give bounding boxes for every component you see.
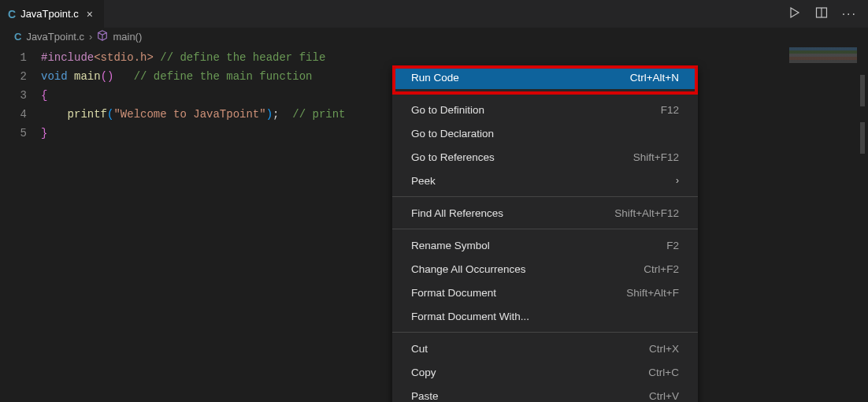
menu-item-shortcut: Ctrl+Alt+N <box>630 72 679 84</box>
minimap[interactable] <box>789 47 857 69</box>
menu-item-label: Paste <box>411 390 439 402</box>
breadcrumb-file: JavaTpoint.c <box>26 31 84 43</box>
menu-item[interactable]: Go to DefinitionF12 <box>392 98 698 121</box>
menu-item-shortcut: Ctrl+F2 <box>644 263 679 275</box>
run-icon[interactable] <box>788 6 801 21</box>
menu-item-shortcut: Shift+Alt+F12 <box>614 207 679 219</box>
chevron-right-icon: › <box>676 175 679 186</box>
menu-item[interactable]: Change All OccurrencesCtrl+F2 <box>392 257 698 281</box>
line-number: 1 <box>0 48 41 67</box>
menu-item-shortcut: F2 <box>666 240 679 251</box>
menu-item[interactable]: Peek› <box>392 169 698 192</box>
c-file-icon: C <box>8 8 16 20</box>
menu-item-shortcut: Ctrl+V <box>649 390 679 402</box>
context-menu: Run CodeCtrl+Alt+NGo to DefinitionF12Go … <box>392 65 698 402</box>
menu-item-label: Rename Symbol <box>411 240 490 251</box>
menu-item-label: Go to Definition <box>411 104 484 116</box>
menu-item[interactable]: Go to ReferencesShift+F12 <box>392 145 698 169</box>
scrollbar[interactable] <box>857 28 868 402</box>
menu-item[interactable]: PasteCtrl+V <box>392 384 698 402</box>
c-file-icon: C <box>14 31 21 43</box>
chevron-right-icon: › <box>89 31 92 43</box>
menu-item-label: Find All References <box>411 207 503 219</box>
code-line: 1 #include<stdio.h> // define the header… <box>0 48 868 67</box>
editor-tab[interactable]: C JavaTpoint.c × <box>0 0 105 28</box>
menu-item-label: Copy <box>411 367 436 378</box>
tab-bar: C JavaTpoint.c × ··· <box>0 0 868 28</box>
line-number: 5 <box>0 124 41 143</box>
breadcrumb-symbol: main() <box>113 31 142 43</box>
menu-separator <box>392 196 698 197</box>
menu-item-label: Format Document With... <box>411 311 529 322</box>
menu-item[interactable]: Go to Declaration <box>392 121 698 145</box>
menu-separator <box>392 93 698 94</box>
breadcrumb[interactable]: C JavaTpoint.c › main() <box>0 28 868 45</box>
line-number: 4 <box>0 105 41 124</box>
menu-item-shortcut: Shift+F12 <box>633 151 679 163</box>
menu-item-label: Run Code <box>411 72 459 84</box>
menu-item-shortcut: Ctrl+X <box>649 343 679 355</box>
menu-separator <box>392 332 698 333</box>
menu-item[interactable]: Rename SymbolF2 <box>392 233 698 257</box>
menu-item-label: Cut <box>411 343 428 355</box>
menu-item[interactable]: CopyCtrl+C <box>392 360 698 384</box>
menu-item[interactable]: Format DocumentShift+Alt+F <box>392 281 698 304</box>
line-number: 2 <box>0 67 41 86</box>
menu-item-label: Format Document <box>411 287 496 299</box>
menu-item-label: Peek <box>411 175 436 187</box>
scroll-marker <box>860 75 865 106</box>
svg-marker-0 <box>791 8 799 17</box>
scroll-marker <box>860 122 865 154</box>
tab-filename: JavaTpoint.c <box>20 8 79 20</box>
menu-separator <box>392 229 698 229</box>
split-editor-icon[interactable] <box>815 6 828 21</box>
tab-actions: ··· <box>788 0 868 28</box>
menu-item-label: Go to Declaration <box>411 128 494 140</box>
menu-item-shortcut: F12 <box>661 104 679 116</box>
menu-item[interactable]: CutCtrl+X <box>392 337 698 360</box>
menu-item-label: Change All Occurrences <box>411 263 526 275</box>
menu-item[interactable]: Run CodeCtrl+Alt+N <box>392 65 698 89</box>
close-icon[interactable]: × <box>83 8 96 20</box>
symbol-icon <box>97 30 108 43</box>
line-number: 3 <box>0 86 41 105</box>
menu-item-shortcut: Ctrl+C <box>648 367 679 378</box>
more-actions-icon[interactable]: ··· <box>842 7 857 21</box>
menu-item[interactable]: Format Document With... <box>392 304 698 328</box>
menu-item[interactable]: Find All ReferencesShift+Alt+F12 <box>392 201 698 225</box>
menu-item-shortcut: Shift+Alt+F <box>626 287 679 299</box>
menu-item-label: Go to References <box>411 151 495 163</box>
